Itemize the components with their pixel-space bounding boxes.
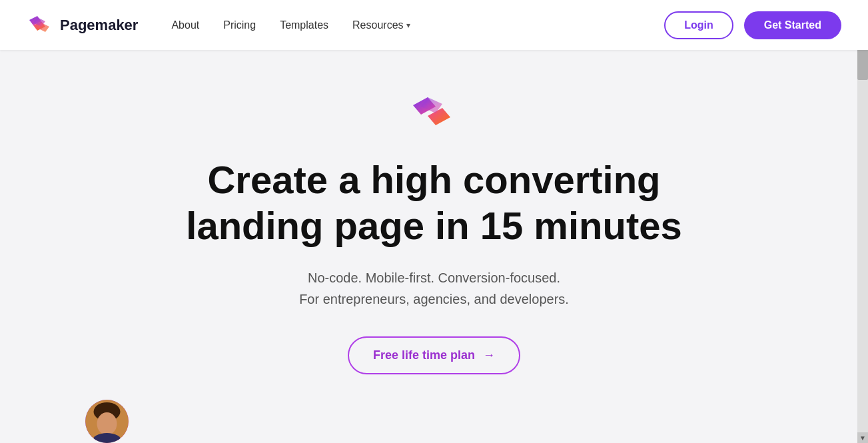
logo-icon xyxy=(27,12,53,39)
free-lifetime-plan-button[interactable]: Free life time plan → xyxy=(348,336,520,374)
resources-chevron-down-icon: ▾ xyxy=(406,21,410,30)
hero-logo-icon xyxy=(408,92,461,139)
nav-actions: Login Get Started xyxy=(664,11,841,39)
arrow-right-icon: → xyxy=(483,348,495,362)
scrollbar-arrow-down[interactable]: ▼ xyxy=(857,432,868,443)
avatar xyxy=(85,400,129,443)
navbar: Pagemaker About Pricing Templates Resour… xyxy=(0,0,868,50)
nav-pricing[interactable]: Pricing xyxy=(223,19,256,31)
nav-links: About Pricing Templates Resources ▾ xyxy=(171,19,410,31)
logo-text: Pagemaker xyxy=(60,17,138,34)
svg-point-9 xyxy=(97,412,117,435)
scrollbar: ▲ ▼ xyxy=(857,0,868,443)
login-button[interactable]: Login xyxy=(664,11,733,39)
get-started-button[interactable]: Get Started xyxy=(744,11,841,39)
hero-title: Create a high converting landing page in… xyxy=(175,157,694,248)
nav-templates[interactable]: Templates xyxy=(280,19,328,31)
hero-section: Create a high converting landing page in… xyxy=(0,50,868,443)
hero-subtitle: No-code. Mobile-first. Conversion-focuse… xyxy=(299,267,569,310)
logo[interactable]: Pagemaker xyxy=(27,12,138,39)
nav-resources[interactable]: Resources ▾ xyxy=(352,19,410,31)
nav-about[interactable]: About xyxy=(171,19,199,31)
